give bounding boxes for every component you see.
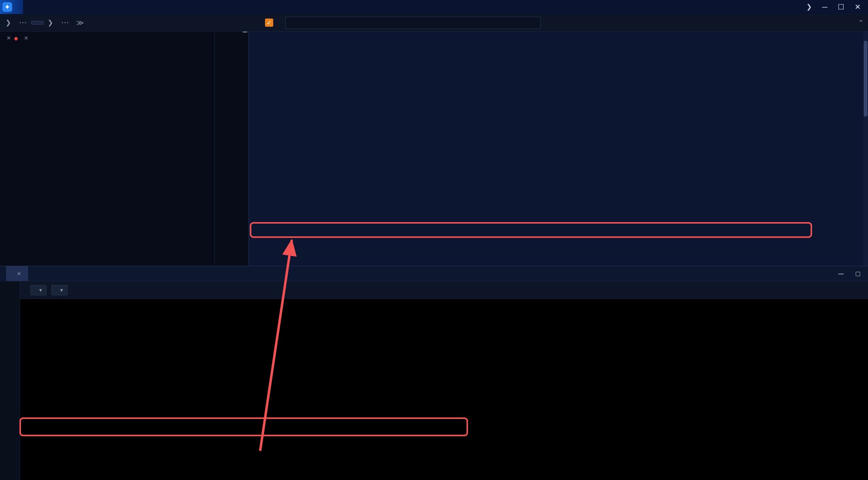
tquote-window: × ─ □ ▾ ▾ xyxy=(0,266,868,480)
chevron-right-icon[interactable]: ❯ xyxy=(44,19,57,27)
expiry-select[interactable]: ▾ xyxy=(51,285,67,295)
menu-expand-icon[interactable]: ❯ xyxy=(803,3,815,11)
chevron-down-icon: ▾ xyxy=(60,287,63,293)
last-price-marker xyxy=(243,32,247,33)
more-icon[interactable]: ⋯ xyxy=(14,18,31,27)
maximize-button[interactable]: □ xyxy=(856,269,860,278)
quote-main: ▾ ▾ xyxy=(20,281,868,480)
minimize-button[interactable]: ─ xyxy=(838,269,843,278)
overlay-marker-icon: ◆ xyxy=(14,35,18,42)
candlestick-chart[interactable] xyxy=(0,32,213,266)
close-button[interactable]: ✕ xyxy=(855,3,861,11)
app-window: ✦ ❯ ─ ☐ ✕ ❯ ⋯ ❯ ⋯ ≫ ✓ ⌃ xyxy=(0,0,868,480)
close-overlay-icon[interactable]: × xyxy=(24,34,28,42)
product-select[interactable]: ▾ xyxy=(30,285,46,295)
side-rail xyxy=(0,281,20,480)
kline-chart-panel[interactable]: × ◆ × xyxy=(0,32,249,266)
chevron-right-icon[interactable]: ❯ xyxy=(2,19,14,27)
trade-button[interactable] xyxy=(31,21,44,25)
keep-checkbox[interactable]: ✓ xyxy=(265,19,273,27)
console-scrollbar[interactable] xyxy=(863,32,868,266)
option-chain-table xyxy=(20,299,868,480)
tab-tquote[interactable]: × xyxy=(6,266,28,281)
double-chevron-icon[interactable]: ≫ xyxy=(73,19,87,27)
close-overlay-icon[interactable]: × xyxy=(7,34,11,42)
titlebar: ✦ ❯ ─ ☐ ✕ xyxy=(0,0,868,14)
maximize-button[interactable]: ☐ xyxy=(838,3,844,11)
app-logo-icon: ✦ xyxy=(2,2,12,12)
console-toolbar: ✓ xyxy=(253,17,547,29)
subwindow-controls: ─ □ xyxy=(830,269,868,278)
quote-toolbar: ▾ ▾ xyxy=(20,281,868,299)
price-axis xyxy=(215,32,249,266)
window-controls: ─ ☐ ✕ xyxy=(815,3,868,11)
tquote-body: ▾ ▾ xyxy=(0,281,868,480)
chevron-down-icon: ▾ xyxy=(39,287,42,293)
chart-toolbar: ❯ ⋯ ❯ ⋯ ≫ ✓ ⌃ xyxy=(0,14,868,32)
tquote-tabbar: × ─ □ xyxy=(0,266,868,281)
keep-count-input[interactable] xyxy=(285,17,541,29)
more-icon[interactable]: ⋯ xyxy=(57,18,73,27)
scrollbar-thumb[interactable] xyxy=(864,41,867,117)
main-area: × ◆ × xyxy=(0,32,868,266)
close-tab-icon[interactable]: × xyxy=(17,270,21,278)
app-brand: ✦ xyxy=(0,0,23,14)
minimize-button[interactable]: ─ xyxy=(822,3,827,11)
chart-title: × ◆ × xyxy=(4,34,34,42)
debug-console[interactable] xyxy=(249,32,868,266)
collapse-icon[interactable]: ⌃ xyxy=(858,19,864,27)
